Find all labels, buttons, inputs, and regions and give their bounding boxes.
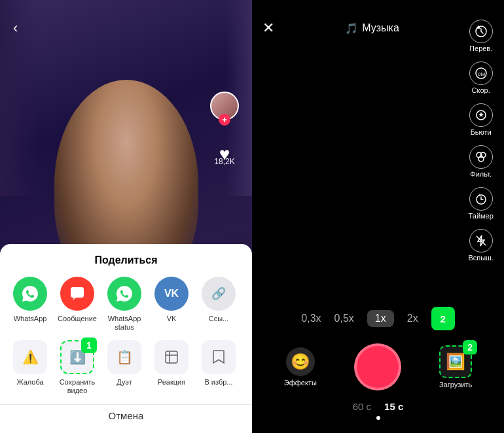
back-button[interactable]: ‹ bbox=[13, 20, 18, 37]
speed-0.5x[interactable]: 0,5x bbox=[334, 313, 354, 324]
cancel-button[interactable]: Отмена bbox=[0, 404, 252, 426]
share-apps-row: WhatsApp Сообщение WhatsAppstatus bbox=[0, 277, 252, 332]
tool-flash[interactable]: Вспыш. bbox=[468, 229, 494, 262]
share-app-message[interactable]: Сообщение bbox=[58, 277, 97, 323]
curtain-left bbox=[0, 0, 39, 196]
whatsapp1-label: WhatsApp bbox=[14, 315, 47, 323]
share-action-reaction[interactable]: Реакция bbox=[152, 340, 191, 387]
tool-reverse[interactable]: Перев. bbox=[469, 20, 493, 52]
speed-1x[interactable]: 1x bbox=[367, 310, 394, 327]
bottom-controls: 😊 Эффекты 🖼️ 2 Загрузить bbox=[252, 343, 504, 390]
music-label: 🎵 Музыка bbox=[345, 22, 399, 35]
dot-indicator bbox=[252, 416, 504, 420]
right-header: ✕ 🎵 Музыка bbox=[252, 0, 504, 44]
link-label: Ссы... bbox=[209, 315, 229, 323]
right-tools: Перев. 0M Скор. Бьюти bbox=[468, 20, 494, 262]
save-video-icon: ⬇️ 1 bbox=[60, 340, 94, 374]
complaint-icon: ⚠️ bbox=[13, 340, 47, 374]
vk-label: VK bbox=[167, 315, 177, 323]
flash-label: Вспыш. bbox=[468, 254, 494, 262]
timer-icon: 3 bbox=[469, 187, 493, 211]
right-main: 0,3x 0,5x 1x 2x 2 😊 Эффекты 🖼️ 2 Загрузи bbox=[252, 44, 504, 433]
link-icon: 🔗 bbox=[202, 277, 236, 311]
complaint-label: Жалоба bbox=[16, 378, 43, 387]
svg-rect-0 bbox=[166, 351, 177, 363]
upload-button[interactable]: 🖼️ 2 Загрузить bbox=[439, 345, 472, 389]
duet-icon: 📋 bbox=[107, 340, 141, 374]
share-app-whatsapp2[interactable]: WhatsAppstatus bbox=[105, 277, 144, 332]
reverse-label: Перев. bbox=[469, 44, 492, 52]
effects-button[interactable]: 😊 Эффекты bbox=[284, 347, 317, 387]
reaction-icon bbox=[154, 340, 189, 374]
dot bbox=[376, 416, 380, 420]
creator-actions: + ♥ 18,2K bbox=[210, 92, 239, 166]
tool-speed[interactable]: 0M Скор. bbox=[469, 61, 493, 94]
share-app-whatsapp1[interactable]: WhatsApp bbox=[10, 277, 50, 323]
right-panel: ✕ 🎵 Музыка Перев. 0M bbox=[252, 0, 504, 433]
beauty-label: Бьюти bbox=[471, 128, 492, 136]
whatsapp1-icon bbox=[13, 277, 47, 311]
whatsapp2-icon bbox=[107, 277, 141, 311]
follow-button[interactable]: + bbox=[219, 114, 230, 126]
upload-label: Загрузить bbox=[439, 381, 472, 389]
message-label: Сообщение bbox=[58, 315, 97, 323]
heart-container: ♥ 18,2K bbox=[214, 144, 234, 166]
timer-label: Таймер bbox=[469, 212, 494, 220]
music-note-icon: 🎵 bbox=[345, 22, 358, 35]
effects-icon: 😊 bbox=[286, 347, 315, 376]
svg-text:3: 3 bbox=[478, 193, 480, 197]
share-app-vk[interactable]: VK VK bbox=[152, 277, 191, 323]
effects-label: Эффекты bbox=[284, 379, 317, 387]
speed-label: Скор. bbox=[472, 86, 490, 94]
share-action-save[interactable]: ⬇️ 1 Сохранитьвидео bbox=[58, 340, 97, 395]
tool-timer[interactable]: 3 Таймер bbox=[469, 187, 494, 220]
reverse-icon bbox=[469, 20, 493, 43]
speed-icon: 0M bbox=[469, 61, 493, 85]
beauty-icon bbox=[469, 103, 493, 127]
favorites-label: В избр... bbox=[204, 378, 232, 387]
share-action-duet[interactable]: 📋 Дуэт bbox=[105, 340, 144, 387]
filter-icon bbox=[469, 145, 493, 169]
favorites-icon bbox=[202, 340, 236, 374]
music-text: Музыка bbox=[362, 22, 399, 34]
speed-2x[interactable]: 2x bbox=[407, 313, 418, 324]
filter-label: Фильт. bbox=[470, 170, 492, 178]
flash-icon bbox=[469, 229, 493, 252]
duration-row: 60 с 15 с bbox=[252, 401, 504, 412]
left-panel: ‹ + ♥ 18,2K Поделиться WhatsApp bbox=[0, 0, 252, 433]
upload-badge: 2 bbox=[463, 340, 477, 355]
speed-row: 0,3x 0,5x 1x 2x 2 bbox=[252, 307, 504, 330]
share-action-favorites[interactable]: В избр... bbox=[199, 340, 238, 387]
vk-icon: VK bbox=[154, 277, 189, 311]
share-actions-row: ⚠️ Жалоба ⬇️ 1 Сохранитьвидео 📋 Дуэт bbox=[0, 340, 252, 395]
heart-count: 18,2K bbox=[214, 157, 234, 166]
close-button[interactable]: ✕ bbox=[262, 20, 274, 37]
speed-0.3x[interactable]: 0,3x bbox=[301, 313, 321, 324]
message-icon bbox=[60, 277, 94, 311]
save-label: Сохранитьвидео bbox=[60, 378, 96, 395]
duet-label: Дуэт bbox=[117, 378, 132, 387]
save-badge: 1 bbox=[81, 338, 97, 353]
tool-filter[interactable]: Фильт. bbox=[469, 145, 493, 178]
whatsapp2-label: WhatsAppstatus bbox=[108, 315, 141, 332]
duration-60s[interactable]: 60 с bbox=[353, 401, 371, 412]
share-app-link[interactable]: 🔗 Ссы... bbox=[199, 277, 238, 323]
reaction-label: Реакция bbox=[158, 378, 185, 387]
tool-beauty[interactable]: Бьюти bbox=[469, 103, 493, 136]
share-sheet: Поделиться WhatsApp Сообщение bbox=[0, 244, 252, 433]
share-action-complaint[interactable]: ⚠️ Жалоба bbox=[10, 340, 50, 387]
speed-badge-2: 2 bbox=[431, 307, 455, 330]
svg-text:0M: 0M bbox=[478, 71, 485, 77]
avatar-wrapper: + bbox=[210, 92, 239, 120]
record-button[interactable] bbox=[354, 343, 401, 390]
share-title: Поделиться bbox=[0, 254, 252, 266]
duration-15s[interactable]: 15 с bbox=[384, 401, 403, 412]
